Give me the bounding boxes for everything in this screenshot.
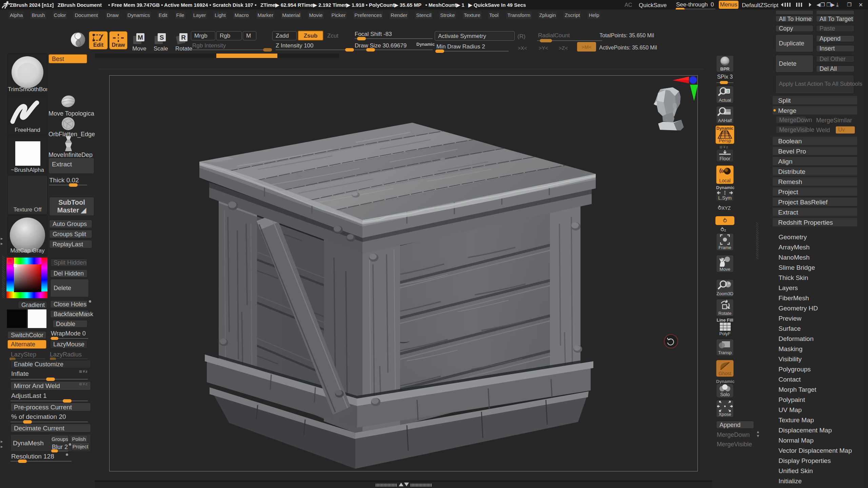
svg-text:S: S <box>160 34 164 41</box>
svg-text:M: M <box>138 34 143 41</box>
svg-text:R: R <box>181 34 186 41</box>
